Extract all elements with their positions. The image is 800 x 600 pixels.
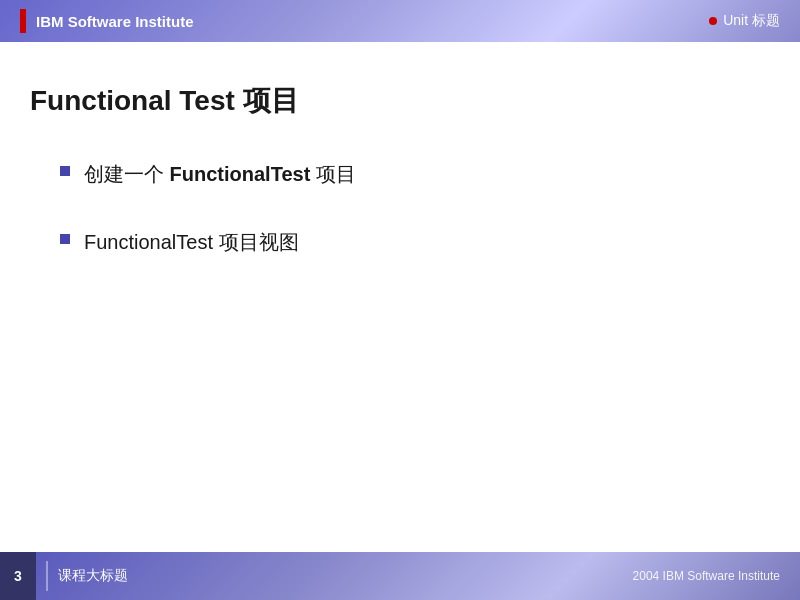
bullet-item-1: 创建一个 FunctionalTest 项目	[30, 160, 770, 188]
page-number: 3	[0, 552, 36, 600]
page-title: Functional Test 项目	[30, 82, 770, 120]
header-unit: Unit 标题	[709, 12, 800, 30]
bullet-text-1: 创建一个 FunctionalTest 项目	[84, 160, 356, 188]
bullet-text-2: FunctionalTest 项目视图	[84, 228, 299, 256]
footer-bar: 3 课程大标题 2004 IBM Software Institute	[0, 552, 800, 600]
header-logo: IBM Software Institute	[0, 9, 194, 33]
header-unit-label: Unit 标题	[723, 12, 780, 30]
bullet-square-icon-1	[60, 166, 70, 176]
unit-dot-icon	[709, 17, 717, 25]
footer-subtitle: 课程大标题	[58, 567, 633, 585]
bullet-item-2: FunctionalTest 项目视图	[30, 228, 770, 256]
footer-divider	[46, 561, 48, 591]
header-institute-name: IBM Software Institute	[36, 13, 194, 30]
header-bar: IBM Software Institute Unit 标题	[0, 0, 800, 42]
bullet-square-icon-2	[60, 234, 70, 244]
main-content: Functional Test 项目 创建一个 FunctionalTest 项…	[0, 42, 800, 552]
logo-bar-icon	[20, 9, 26, 33]
footer-copyright: 2004 IBM Software Institute	[633, 569, 800, 583]
